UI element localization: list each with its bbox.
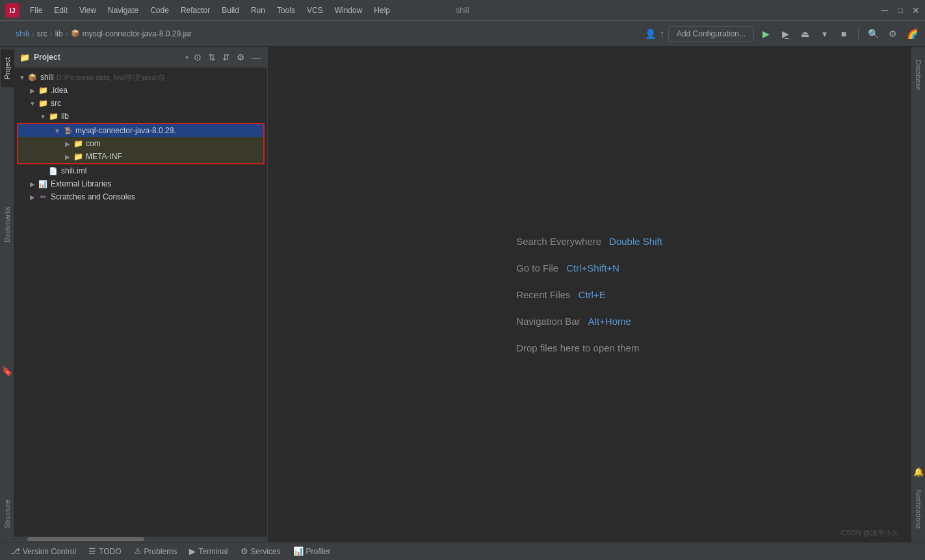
breadcrumb-jar-icon: 📦 [71, 29, 80, 38]
meta-arrow [62, 151, 73, 162]
status-profiler[interactable]: 📊 Profiler [288, 542, 337, 560]
tree-item-idea[interactable]: 📁 .idea [14, 84, 267, 97]
tree-item-meta-inf[interactable]: 📁 META-INF [18, 150, 263, 163]
stop-button[interactable]: ■ [836, 26, 852, 42]
menu-build[interactable]: Build [216, 3, 244, 18]
editor-area: Search Everywhere Double Shift Go to Fil… [268, 47, 911, 542]
shortcut-navigation-bar: Navigation Bar Alt+Home [516, 316, 662, 327]
go-to-file-label: Go to File [516, 262, 558, 274]
breadcrumb-sep2: › [50, 29, 53, 38]
jar-icon: 🗜 [62, 125, 73, 136]
ext-arrow [27, 179, 38, 189]
project-scrollbar-thumb[interactable] [27, 537, 144, 541]
tree-item-root[interactable]: 📦 shili D:\Personal data_fxw\学业\java\自 [14, 71, 267, 84]
ext-label: External Libraries [51, 179, 111, 188]
project-scrollbar[interactable] [14, 537, 267, 542]
breadcrumb: shili › src › lib › 📦 mysql-connector-ja… [16, 29, 642, 38]
menu-bar: File Edit View Navigate Code Refactor Bu… [25, 3, 395, 18]
status-services[interactable]: ⚙ Services [235, 542, 287, 560]
tree-item-com[interactable]: 📁 com [18, 137, 263, 150]
menu-navigate[interactable]: Navigate [103, 3, 144, 18]
menu-window[interactable]: Window [330, 3, 368, 18]
terminal-label: Terminal [198, 547, 228, 556]
scratch-icon: ✏ [38, 192, 48, 202]
expand-all-icon[interactable]: ⇅ [207, 51, 217, 64]
add-config-button[interactable]: Add Configuration... [668, 26, 754, 42]
run-button[interactable]: ▶ [758, 26, 774, 42]
breadcrumb-src[interactable]: src [37, 29, 47, 38]
project-title: Project [34, 53, 181, 62]
menu-refactor[interactable]: Refactor [176, 3, 215, 18]
status-problems[interactable]: ⚠ Problems [129, 542, 183, 560]
todo-label: TODO [99, 547, 121, 556]
menu-code[interactable]: Code [145, 3, 174, 18]
menu-view[interactable]: View [74, 3, 101, 18]
search-button[interactable]: 🔍 [865, 26, 881, 42]
sidebar-tab-bookmarks[interactable]: Bookmarks [1, 199, 14, 250]
profile-run-button[interactable]: ⏏ [797, 26, 813, 42]
left-sidebar: Project Bookmarks 🔖 Structure [0, 47, 14, 542]
menu-run[interactable]: Run [246, 3, 270, 18]
status-terminal[interactable]: ▶ Terminal [184, 542, 233, 560]
search-everywhere-label: Search Everywhere [516, 236, 601, 247]
right-tab-database[interactable]: Database [912, 52, 925, 98]
tree-item-external-libs[interactable]: 📊 External Libraries [14, 177, 267, 190]
menu-file[interactable]: File [25, 3, 47, 18]
lib-label: lib [61, 112, 69, 121]
vcs-icon[interactable]: ↑ [660, 29, 664, 39]
theme-button[interactable]: 🌈 [904, 26, 920, 42]
collapse-all-icon[interactable]: ⇵ [221, 51, 231, 64]
toggle-icon: ▾ [185, 54, 189, 61]
meta-label: META-INF [86, 152, 122, 161]
drop-files-hint: Drop files here to open them [516, 342, 662, 353]
menu-edit[interactable]: Edit [49, 3, 73, 18]
search-everywhere-key: Double Shift [609, 236, 662, 247]
profiler-label: Profiler [306, 547, 331, 556]
scratch-label: Scratches and Consoles [51, 192, 135, 201]
sidebar-tab-project[interactable]: Project [1, 49, 14, 87]
breadcrumb-sep3: › [66, 29, 68, 38]
tree-item-mysql-jar[interactable]: 🗜 mysql-connector-java-8.0.29. [18, 124, 263, 137]
src-folder-icon: 📁 [38, 98, 48, 108]
titlebar: IJ File Edit View Navigate Code Refactor… [0, 0, 925, 21]
profile-icon[interactable]: 👤 [645, 29, 656, 39]
coverage-button[interactable]: ▶̲ [777, 26, 793, 42]
status-todo[interactable]: ☰ TODO [83, 542, 127, 560]
bookmark-icon[interactable]: 🔖 [0, 362, 14, 380]
statusbar: ⎇ Version Control ☰ TODO ⚠ Problems ▶ Te… [0, 542, 925, 560]
gear-icon[interactable]: ⚙ [235, 51, 246, 64]
main-area: Project Bookmarks 🔖 Structure 📁 Project … [0, 47, 925, 542]
menu-vcs[interactable]: VCS [302, 3, 328, 18]
jar-label: mysql-connector-java-8.0.29. [75, 126, 176, 135]
menu-help[interactable]: Help [369, 3, 395, 18]
right-sidebar: Database 🔔 Notifications [911, 47, 925, 542]
more-run-button[interactable]: ▾ [816, 26, 832, 42]
status-version-control[interactable]: ⎇ Version Control [5, 542, 82, 560]
breadcrumb-file[interactable]: mysql-connector-java-8.0.29.jar [83, 29, 192, 38]
services-icon: ⚙ [241, 546, 248, 556]
tree-item-iml[interactable]: 📄 shili.iml [14, 164, 267, 177]
src-arrow [27, 98, 38, 108]
notifications-icon[interactable]: 🔔 [911, 463, 926, 481]
maximize-button[interactable]: □ [896, 6, 904, 14]
breadcrumb-project[interactable]: shili [16, 29, 29, 38]
right-tab-notifications[interactable]: Notifications [912, 482, 925, 537]
watermark: CSDN @浅学小久 [841, 528, 899, 538]
todo-icon: ☰ [88, 546, 96, 556]
com-arrow [62, 138, 73, 149]
tree-item-lib[interactable]: 📁 lib [14, 110, 267, 123]
close-button[interactable]: ✕ [912, 6, 920, 14]
menu-tools[interactable]: Tools [272, 3, 300, 18]
locate-icon[interactable]: ⊙ [192, 51, 203, 64]
minimize-button[interactable]: ─ [881, 6, 889, 14]
sidebar-tab-structure[interactable]: Structure [1, 492, 14, 537]
version-control-icon: ⎇ [10, 546, 20, 556]
toolbar-right: 👤 ↑ Add Configuration... ▶ ▶̲ ⏏ ▾ ■ 🔍 ⚙ … [645, 26, 920, 42]
root-path: D:\Personal data_fxw\学业\java\自 [57, 73, 165, 83]
tree-item-src[interactable]: 📁 src [14, 97, 267, 110]
settings-button[interactable]: ⚙ [885, 26, 900, 42]
tree-item-scratches[interactable]: ✏ Scratches and Consoles [14, 190, 267, 203]
close-panel-icon[interactable]: — [250, 51, 262, 64]
breadcrumb-lib[interactable]: lib [55, 29, 63, 38]
profiler-icon: 📊 [293, 546, 304, 556]
